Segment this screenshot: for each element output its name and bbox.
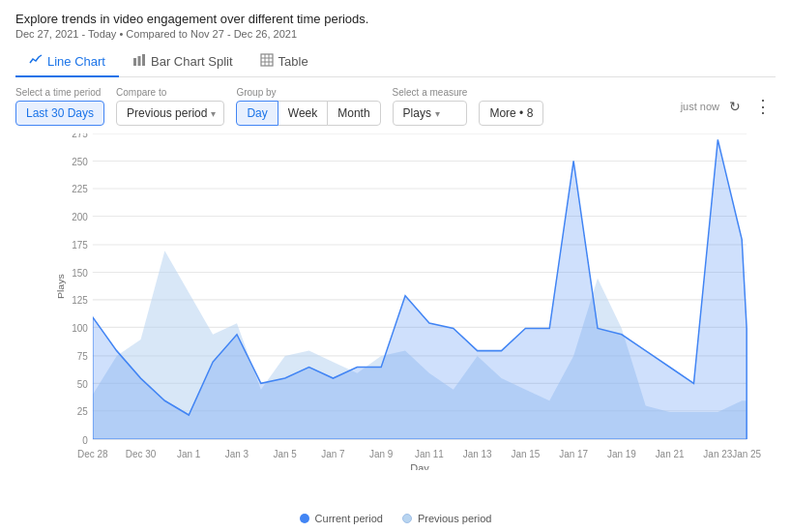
svg-text:Jan 7: Jan 7 <box>321 449 345 459</box>
legend-current: Current period <box>300 513 383 524</box>
tab-table-label: Table <box>278 54 308 69</box>
chart-svg: 275 250 225 200 175 150 125 100 75 50 25… <box>54 133 776 470</box>
svg-text:Jan 15: Jan 15 <box>511 449 540 459</box>
refresh-button[interactable]: ↻ <box>727 97 743 116</box>
svg-text:100: 100 <box>72 322 88 333</box>
group-by-week[interactable]: Week <box>278 101 328 126</box>
svg-text:Jan 3: Jan 3 <box>225 449 249 459</box>
svg-text:Jan 13: Jan 13 <box>463 449 492 459</box>
legend-previous-label: Previous period <box>418 513 491 524</box>
svg-text:0: 0 <box>82 434 88 445</box>
svg-text:Jan 23: Jan 23 <box>703 449 732 459</box>
chart-tabs: Line Chart Bar Chart Split <box>15 47 776 77</box>
svg-text:Jan 11: Jan 11 <box>415 449 444 459</box>
svg-text:175: 175 <box>72 240 88 251</box>
compared-to-text: Compared to Nov 27 - Dec 26, 2021 <box>126 28 297 40</box>
chart-area: 275 250 225 200 175 150 125 100 75 50 25… <box>15 133 776 509</box>
chart-legend: Current period Previous period <box>15 509 776 524</box>
group-by-day[interactable]: Day <box>236 101 278 126</box>
svg-text:Jan 5: Jan 5 <box>274 449 298 459</box>
svg-rect-2 <box>142 54 145 66</box>
svg-text:Jan 19: Jan 19 <box>607 449 636 459</box>
time-period-label: Select a time period <box>15 87 104 98</box>
table-icon <box>260 53 274 70</box>
time-period-button[interactable]: Last 30 Days <box>15 101 104 126</box>
compare-to-button[interactable]: Previous period ▾ <box>116 101 224 126</box>
date-range-text: Dec 27, 2021 - Today <box>15 28 116 40</box>
compare-to-group: Compare to Previous period ▾ <box>116 87 224 126</box>
more-group: More • 8 <box>479 87 543 126</box>
svg-text:Plays: Plays <box>55 274 66 299</box>
compare-to-value: Previous period <box>127 106 207 120</box>
tab-bar-chart-split[interactable]: Bar Chart Split <box>119 47 247 77</box>
svg-text:275: 275 <box>72 133 88 139</box>
svg-text:Jan 21: Jan 21 <box>656 449 685 459</box>
svg-text:Jan 25: Jan 25 <box>732 449 761 459</box>
main-container: Explore trends in video engagement over … <box>0 0 791 532</box>
svg-text:200: 200 <box>72 211 88 222</box>
date-range: Dec 27, 2021 - Today • Compared to Nov 2… <box>15 28 776 40</box>
group-by-group: Group by Day Week Month <box>236 87 380 126</box>
line-chart-icon <box>29 53 43 70</box>
tab-line-chart[interactable]: Line Chart <box>15 47 119 77</box>
svg-text:Jan 1: Jan 1 <box>177 449 201 459</box>
svg-text:75: 75 <box>77 351 88 362</box>
legend-previous: Previous period <box>402 513 491 524</box>
svg-text:225: 225 <box>72 184 88 194</box>
more-button[interactable]: More • 8 <box>479 101 543 126</box>
svg-rect-0 <box>133 58 136 66</box>
svg-text:Dec 30: Dec 30 <box>126 449 157 459</box>
svg-text:150: 150 <box>72 267 88 278</box>
svg-rect-3 <box>261 54 273 66</box>
legend-previous-dot <box>402 514 412 523</box>
svg-text:Jan 17: Jan 17 <box>559 449 588 459</box>
controls-row: Select a time period Last 30 Days Compar… <box>15 87 776 126</box>
svg-text:Day: Day <box>410 462 429 470</box>
tab-table[interactable]: Table <box>247 47 322 77</box>
measure-value: Plays <box>403 106 431 120</box>
svg-text:250: 250 <box>72 156 88 166</box>
more-label: More • 8 <box>489 106 533 120</box>
compare-to-label: Compare to <box>116 87 224 98</box>
tab-bar-chart-label: Bar Chart Split <box>151 54 233 69</box>
svg-text:Dec 28: Dec 28 <box>77 449 108 459</box>
right-controls: just now ↻ ⋮ <box>681 96 776 117</box>
measure-group: Select a measure Plays ▾ <box>393 87 468 126</box>
legend-current-label: Current period <box>315 513 383 524</box>
group-by-buttons: Day Week Month <box>236 101 380 126</box>
measure-chevron-icon: ▾ <box>435 108 440 119</box>
measure-label: Select a measure <box>393 87 468 98</box>
time-period-group: Select a time period Last 30 Days <box>15 87 104 126</box>
measure-button[interactable]: Plays ▾ <box>393 101 468 126</box>
svg-rect-1 <box>137 56 140 66</box>
group-by-label: Group by <box>236 87 380 98</box>
tab-line-chart-label: Line Chart <box>47 54 105 69</box>
legend-current-dot <box>300 514 309 523</box>
svg-text:25: 25 <box>77 406 88 417</box>
svg-text:50: 50 <box>77 378 88 389</box>
page-title: Explore trends in video engagement over … <box>15 12 776 26</box>
chevron-down-icon: ▾ <box>211 108 216 119</box>
svg-text:Jan 9: Jan 9 <box>369 449 394 459</box>
svg-text:125: 125 <box>72 295 88 306</box>
bar-chart-icon <box>132 53 146 70</box>
time-period-value: Last 30 Days <box>26 106 94 120</box>
more-options-button[interactable]: ⋮ <box>750 96 776 117</box>
group-by-month[interactable]: Month <box>327 101 380 126</box>
last-updated: just now <box>681 101 719 112</box>
